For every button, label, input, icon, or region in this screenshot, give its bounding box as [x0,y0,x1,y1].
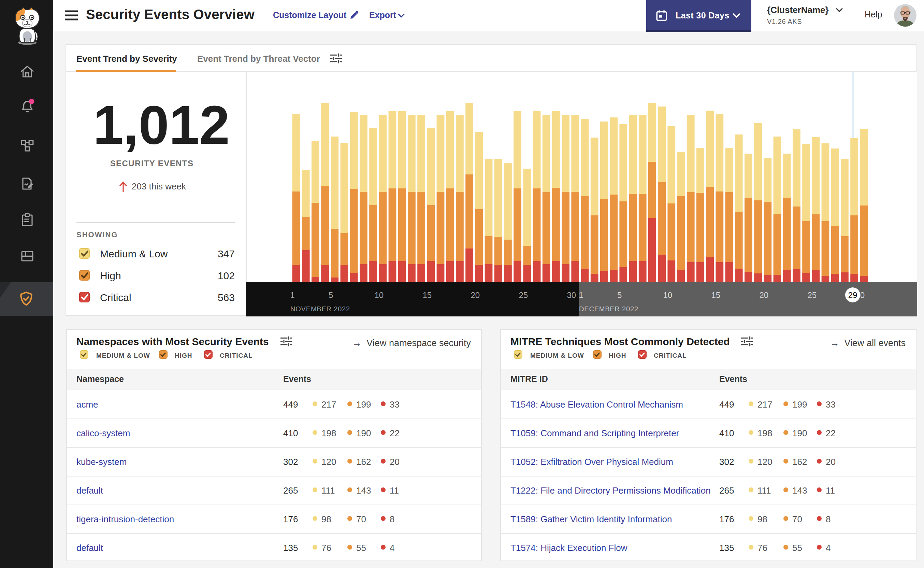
svg-text:20: 20 [470,290,480,300]
svg-text:DECEMBER 2022: DECEMBER 2022 [579,305,638,313]
svg-text:30: 30 [567,290,576,300]
svg-text:20: 20 [759,290,769,300]
svg-text:15: 15 [422,290,432,300]
svg-text:10: 10 [374,290,383,300]
svg-text:1: 1 [579,290,583,300]
svg-text:5: 5 [329,290,333,300]
svg-text:NOVEMBER 2022: NOVEMBER 2022 [290,305,350,313]
svg-text:29: 29 [848,290,858,300]
svg-text:25: 25 [807,290,817,300]
svg-text:5: 5 [617,290,622,300]
svg-text:25: 25 [519,290,528,300]
svg-text:15: 15 [711,290,720,300]
svg-text:1: 1 [290,290,294,300]
svg-text:10: 10 [663,290,672,300]
